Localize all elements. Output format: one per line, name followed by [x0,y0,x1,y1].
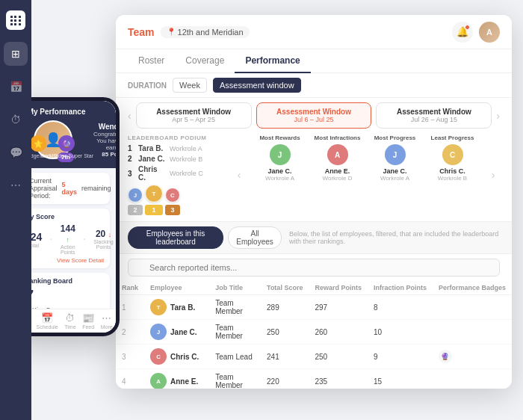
assessment-window-1[interactable]: Assessment Window Apr 5 – Apr 25 [136,102,252,129]
leaderboard-podium: LEADERBOARD PODIUM 1 Tara B. Workrole A … [128,135,225,215]
filter-all-employees[interactable]: All Employees [228,226,282,249]
award-team-0: Workrole A [253,175,306,182]
cell-employee: TTara B. [144,295,209,320]
next-award-arrow[interactable]: › [486,169,500,181]
cell-employee: AAnne E. [144,369,209,389]
award-most-rewards: Most Rewards J Jane C. Workrole A [253,135,306,215]
app-logo[interactable] [6,10,25,30]
phone-points-value: 85 Points [93,151,116,158]
phone-nav-more[interactable]: ⋯ More [101,312,113,330]
cell-reward-points: 260 [309,320,368,345]
sidebar-item-home[interactable]: ⊞ [4,42,28,66]
assessment-window-3[interactable]: Assessment Window Jul 26 – Aug 15 [376,102,492,129]
phone-nav-more-icon: ⋯ [102,312,111,324]
ranking-board-title: Ranking Board [25,277,104,285]
next-assessment-arrow[interactable]: › [496,102,500,129]
cell-infraction-points: 8 [368,295,433,320]
table-row[interactable]: 4AAnne E.Team Member22023515 [116,369,512,389]
aw1-title: Assessment Window [143,108,245,116]
col-infraction-points: Infraction Points [368,281,433,295]
duration-week-button[interactable]: Week [173,78,207,93]
score-action-number: 144 [61,223,75,234]
search-wrap: 🔍 [128,259,500,277]
location-badge[interactable]: 📍 12th and Meridian [161,26,250,38]
table-row[interactable]: 1TTara B.Team Member2892978 [116,295,512,320]
lb-team-3: Workrole C [170,170,203,177]
sidebar-item-time[interactable]: ⏱ [4,108,28,132]
sidebar-item-chat[interactable]: 💬 [4,140,28,164]
award-least-progress: Least Progress C Chris C. Workrole B [426,135,479,215]
prev-assessment-arrow[interactable]: ‹ [128,102,131,129]
cell-performance-badges [433,295,512,320]
score-slacking-number: 20 [96,229,105,239]
lb-row-3: 3 Chris C. Workrole C [128,165,225,182]
notification-button[interactable]: 🔔 [452,22,473,43]
table-row[interactable]: 3CChris C.Team Lead2412509🔮 [116,345,512,369]
filter-tabs-row: Employees in this leaderboard All Employ… [116,221,512,254]
cell-total-score: 250 [261,320,309,345]
podium-num-3: 3 [165,205,180,215]
cell-total-score: 241 [261,345,309,369]
table-container[interactable]: Rank Employee Job Title Total Score Rewa… [116,281,512,389]
award-team-3: Workrole B [426,175,479,182]
score-slacking-value: 20 ↓ [93,229,113,239]
award-avatar-3: C [442,144,463,165]
cell-total-score: 220 [261,369,309,389]
score-action-label: Action Points [61,244,75,255]
score-action-arrow: ↑ [66,236,70,244]
score-slacking-arrow: ↓ [108,231,112,238]
cell-performance-badges [433,320,512,345]
user-avatar[interactable]: A [479,22,500,43]
filter-in-leaderboard[interactable]: Employees in this leaderboard [128,226,223,249]
table-row[interactable]: 2JJane C.Team Member25026010 [116,320,512,345]
cell-job-title: Team Member [209,369,261,389]
cell-employee: JJane C. [144,320,209,345]
location-text: 12th and Meridian [178,28,244,37]
aw2-dates: Jul 6 – Jul 25 [263,116,365,123]
col-employee: Employee [144,281,209,295]
phone-nav-schedule[interactable]: 📅 Schedule [37,312,58,330]
phone-nav-schedule-label: Schedule [37,324,58,330]
cell-reward-points: 235 [309,369,368,389]
award-name-3: Chris C. [426,167,479,175]
view-score-detail[interactable]: View Score Detail [25,257,104,264]
sidebar-item-schedule[interactable]: 📅 [4,75,28,99]
cell-performance-badges [433,369,512,389]
cell-rank: 4 [116,369,144,389]
team-label: Team [128,26,155,38]
sidebar-item-more[interactable]: ⋯ [4,173,28,197]
phone-nav-time-label: Time [64,324,75,330]
phone-nav-feed[interactable]: 📰 Feed [82,312,94,330]
phone-screen-title: My Performance [28,108,86,116]
tab-performance[interactable]: Performance [235,49,310,73]
ranking-number: 7 [25,288,104,304]
lb-rank-1: 1 [128,144,135,152]
score-action-item: 144 ↑ Action Points [61,223,75,255]
lb-rank-2: 2 [128,155,135,163]
award-avatar-0: J [270,144,291,165]
lb-name-1: Tara B. [138,144,167,152]
header-right: 🔔 A [452,22,500,43]
tab-coverage[interactable]: Coverage [175,49,235,73]
cell-total-score: 289 [261,295,309,320]
phone-user-name: Wendy A. [93,123,116,131]
col-reward-points: Reward Points [309,281,368,295]
phone-nav-time[interactable]: ⏱ Time [64,312,75,330]
location-pin-icon: 📍 [167,28,176,36]
phone-badge-right: 🔮 Next Badge Super Star [40,135,93,159]
sidebar: ⊞ 📅 ⏱ 💬 ⋯ [0,0,31,420]
award-team-2: Workrole A [368,175,421,182]
award-avatar-1: A [327,144,348,165]
award-name-0: Jane C. [253,167,306,175]
lb-rank-3: 3 [128,170,135,178]
lb-name-2: Jane C. [138,155,167,163]
prev-award-arrow[interactable]: ‹ [232,169,246,181]
award-name-1: Anne E. [311,167,364,175]
assessment-window-2[interactable]: Assessment Window Jul 6 – Jul 25 [256,102,372,129]
filter-info-text: Below, the list of employees, filtered, … [289,230,500,245]
duration-assessment-button[interactable]: Assessment window [213,78,301,93]
lb-avatars: J T C [128,185,225,203]
tab-roster[interactable]: Roster [128,49,175,73]
search-input[interactable] [128,259,500,277]
phone-nav-schedule-icon: 📅 [41,312,53,324]
